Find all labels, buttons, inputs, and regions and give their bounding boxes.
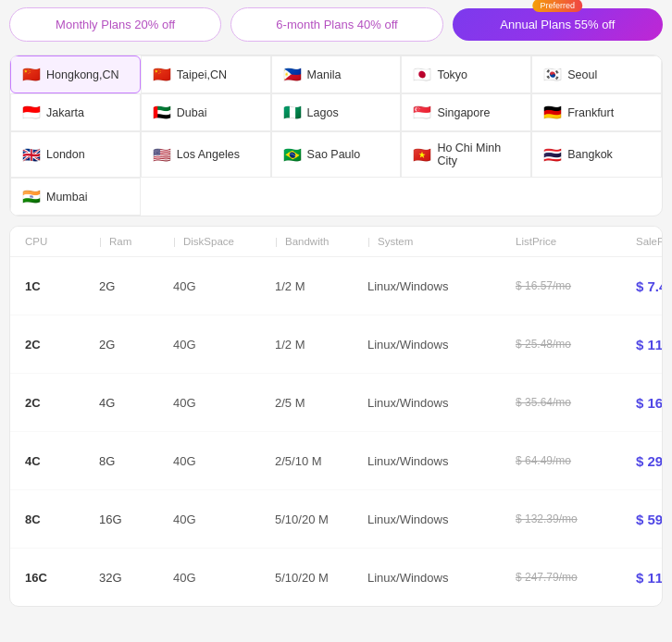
cell-system-2: Linux/Windows: [367, 396, 516, 410]
cell-saleprice-5: $ 111.50/mo: [636, 570, 663, 586]
location-item-hongkong[interactable]: 🇨🇳Hongkong,CN: [10, 56, 141, 93]
location-item-bangkok[interactable]: 🇹🇭Bangkok: [531, 131, 662, 178]
cell-system-4: Linux/Windows: [367, 512, 516, 526]
cell-ram-2: 4G: [99, 396, 173, 410]
location-name-tokyo: Tokyo: [437, 68, 467, 81]
cell-listprice-5: $ 247.79/mo: [516, 571, 636, 584]
location-name-singapore: Singapore: [437, 106, 490, 119]
flag-saopaulo: 🇧🇷: [283, 146, 302, 164]
location-item-losangeles[interactable]: 🇺🇸Los Angeles: [141, 131, 271, 178]
cell-disk-4: 40G: [173, 512, 275, 526]
flag-mumbai: 🇮🇳: [22, 188, 41, 205]
flag-taipei: 🇨🇳: [153, 66, 171, 83]
cell-ram-0: 2G: [99, 279, 173, 293]
header-system: |System: [367, 236, 516, 247]
location-name-hochiminh: Ho Chi Minh City: [437, 142, 519, 167]
header-saleprice: SalePrice: [636, 236, 663, 247]
table-row: 8C 16G 40G 5/10/20 M Linux/Windows $ 132…: [10, 490, 662, 549]
cell-bandwidth-3: 2/5/10 M: [275, 454, 367, 468]
flag-bangkok: 🇹🇭: [543, 146, 562, 164]
header-bandwidth: |Bandwith: [275, 236, 367, 247]
cell-saleprice-2: $ 16.04/mo: [636, 395, 663, 411]
location-item-manila[interactable]: 🇵🇭Manila: [271, 56, 402, 93]
flag-frankfurt: 🇩🇪: [543, 104, 562, 121]
cell-ram-3: 8G: [99, 454, 173, 468]
location-name-bangkok: Bangkok: [567, 148, 613, 161]
location-name-london: London: [46, 148, 85, 161]
cell-disk-1: 40G: [173, 338, 275, 352]
flag-jakarta: 🇮🇩: [22, 104, 41, 121]
location-name-seoul: Seoul: [567, 68, 597, 81]
location-name-frankfurt: Frankfurt: [567, 106, 614, 119]
cell-system-0: Linux/Windows: [367, 279, 516, 293]
flag-london: 🇬🇧: [22, 146, 41, 164]
cell-bandwidth-2: 2/5 M: [275, 396, 367, 410]
cell-saleprice-0: $ 7.46/mo: [636, 278, 663, 294]
table-header: CPU |Ram |DiskSpace |Bandwith |System Li…: [10, 227, 662, 257]
location-item-frankfurt[interactable]: 🇩🇪Frankfurt: [531, 93, 662, 131]
cell-disk-0: 40G: [173, 279, 275, 293]
cell-bandwidth-1: 1/2 M: [275, 338, 367, 352]
cell-saleprice-3: $ 29.02/mo: [636, 453, 663, 469]
location-name-losangeles: Los Angeles: [177, 148, 240, 161]
flag-hochiminh: 🇻🇳: [413, 146, 431, 164]
table-body: 1C 2G 40G 1/2 M Linux/Windows $ 16.57/mo…: [10, 257, 662, 606]
cell-system-1: Linux/Windows: [367, 338, 516, 352]
cell-listprice-3: $ 64.49/mo: [516, 454, 636, 467]
location-name-saopaulo: Sao Paulo: [307, 148, 361, 161]
cell-listprice-1: $ 25.48/mo: [516, 338, 636, 351]
header-ram: |Ram: [99, 236, 173, 247]
location-item-singapore[interactable]: 🇸🇬Singapore: [401, 93, 531, 131]
cell-bandwidth-5: 5/10/20 M: [275, 571, 367, 585]
table-row: 2C 4G 40G 2/5 M Linux/Windows $ 35.64/mo…: [10, 374, 662, 432]
location-item-mumbai[interactable]: 🇮🇳Mumbai: [10, 178, 141, 216]
tab-annual[interactable]: Preferred Annual Plans 55% off: [453, 8, 663, 41]
cell-listprice-4: $ 132.39/mo: [516, 512, 636, 525]
table-row: 16C 32G 40G 5/10/20 M Linux/Windows $ 24…: [10, 549, 662, 606]
header-disk: |DiskSpace: [173, 236, 275, 247]
cell-ram-1: 2G: [99, 338, 173, 352]
flag-seoul: 🇰🇷: [543, 66, 562, 83]
cell-bandwidth-4: 5/10/20 M: [275, 512, 367, 526]
location-item-lagos[interactable]: 🇳🇬Lagos: [271, 93, 402, 131]
header-cpu: CPU: [25, 236, 99, 247]
location-item-london[interactable]: 🇬🇧London: [10, 131, 141, 178]
location-item-seoul[interactable]: 🇰🇷Seoul: [531, 56, 662, 93]
cell-disk-2: 40G: [173, 396, 275, 410]
tab-annual-label: Annual Plans 55% off: [500, 18, 615, 31]
cell-cpu-2: 2C: [25, 396, 99, 410]
table-row: 1C 2G 40G 1/2 M Linux/Windows $ 16.57/mo…: [10, 257, 662, 315]
cell-cpu-0: 1C: [25, 279, 99, 293]
flag-losangeles: 🇺🇸: [153, 146, 171, 164]
location-item-jakarta[interactable]: 🇮🇩Jakarta: [10, 93, 141, 131]
cell-cpu-1: 2C: [25, 338, 99, 352]
flag-tokyo: 🇯🇵: [413, 66, 431, 83]
cell-cpu-5: 16C: [25, 571, 99, 585]
location-item-dubai[interactable]: 🇦🇪Dubai: [141, 93, 271, 131]
location-item-tokyo[interactable]: 🇯🇵Tokyo: [401, 56, 531, 93]
location-item-taipei[interactable]: 🇨🇳Taipei,CN: [141, 56, 271, 93]
location-grid: 🇨🇳Hongkong,CN🇨🇳Taipei,CN🇵🇭Manila🇯🇵Tokyo🇰…: [10, 56, 662, 216]
tab-sixmonth[interactable]: 6-month Plans 40% off: [230, 7, 442, 42]
table-row: 4C 8G 40G 2/5/10 M Linux/Windows $ 64.49…: [10, 432, 662, 490]
cell-disk-5: 40G: [173, 571, 275, 585]
flag-hongkong: 🇨🇳: [22, 66, 41, 83]
flag-lagos: 🇳🇬: [283, 104, 302, 121]
cell-disk-3: 40G: [173, 454, 275, 468]
location-name-mumbai: Mumbai: [46, 191, 87, 204]
tab-monthly[interactable]: Monthly Plans 20% off: [9, 7, 221, 42]
cell-cpu-3: 4C: [25, 454, 99, 468]
location-item-saopaulo[interactable]: 🇧🇷Sao Paulo: [271, 131, 402, 178]
cell-ram-4: 16G: [99, 512, 173, 526]
location-name-taipei: Taipei,CN: [177, 68, 227, 81]
location-name-hongkong: Hongkong,CN: [46, 68, 119, 81]
flag-dubai: 🇦🇪: [153, 104, 171, 121]
cell-listprice-2: $ 35.64/mo: [516, 396, 636, 409]
preferred-badge: Preferred: [533, 0, 583, 12]
table-section: CPU |Ram |DiskSpace |Bandwith |System Li…: [9, 226, 663, 607]
cell-system-3: Linux/Windows: [367, 454, 516, 468]
location-item-hochiminh[interactable]: 🇻🇳Ho Chi Minh City: [401, 131, 531, 178]
table-row: 2C 2G 40G 1/2 M Linux/Windows $ 25.48/mo…: [10, 315, 662, 374]
flag-singapore: 🇸🇬: [413, 104, 431, 121]
location-name-dubai: Dubai: [177, 106, 207, 119]
